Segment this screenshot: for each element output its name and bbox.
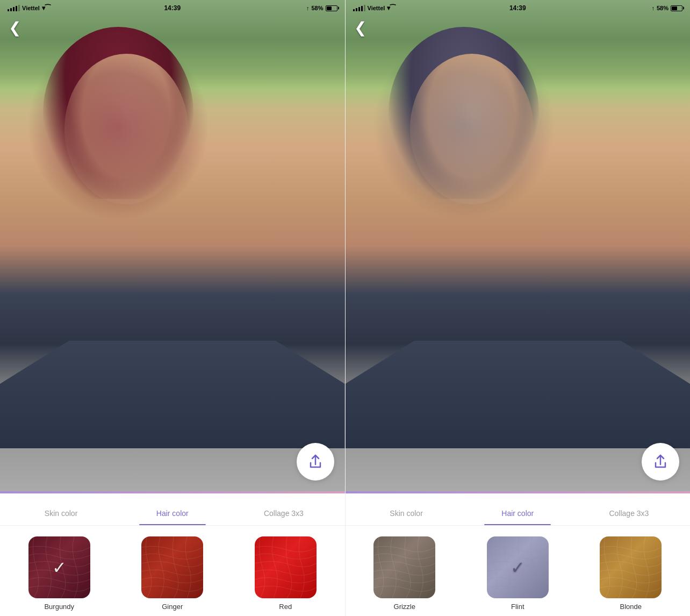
colors-section-right: Grizzle <box>346 526 691 616</box>
color-item-grizzle[interactable]: Grizzle <box>373 536 435 611</box>
photo-area-left: ❮ <box>0 0 345 491</box>
battery-icon-left <box>326 5 337 11</box>
location-icon-right: ↑ <box>651 5 655 11</box>
tab-skin-color-left[interactable]: Skin color <box>5 509 117 525</box>
color-swatch-burgundy: ✓ <box>28 536 90 598</box>
status-left-right: Viettel ▾⁀ <box>353 4 396 12</box>
status-right-left: ↑ 58% <box>306 5 337 11</box>
color-item-burgundy[interactable]: ✓ Burgundy <box>28 536 90 611</box>
back-button-left[interactable]: ❮ <box>9 20 21 35</box>
tab-hair-color-right[interactable]: Hair color <box>462 509 573 525</box>
status-bar-right: Viettel ▾⁀ 14:39 ↑ 58% <box>346 0 691 16</box>
wood-texture-ginger <box>141 536 203 598</box>
tab-hair-color-left[interactable]: Hair color <box>117 509 228 525</box>
back-button-right[interactable]: ❮ <box>354 20 366 35</box>
color-swatch-ginger <box>141 536 203 598</box>
tabs-left: Skin color Hair color Collage 3x3 <box>0 493 345 526</box>
status-right-right: ↑ 58% <box>651 5 682 11</box>
wifi-icon-right: ▾⁀ <box>387 4 396 12</box>
tab-skin-color-right[interactable]: Skin color <box>351 509 462 525</box>
time-right: 14:39 <box>509 4 526 12</box>
carrier-left: Viettel <box>22 5 40 11</box>
share-button-left[interactable] <box>297 443 334 481</box>
color-label-red: Red <box>279 603 292 611</box>
share-icon-right <box>652 454 669 470</box>
share-icon-left <box>307 454 324 470</box>
signal-icon-right <box>353 5 365 11</box>
photo-area-right: ❮ <box>346 0 691 491</box>
color-swatch-red <box>255 536 317 598</box>
color-label-ginger: Ginger <box>162 603 183 611</box>
checkmark-flint: ✓ <box>511 557 525 578</box>
color-item-red[interactable]: Red <box>255 536 317 611</box>
left-panel: Viettel ▾⁀ 14:39 ↑ 58% ❮ <box>0 0 345 616</box>
share-button-right[interactable] <box>642 443 679 481</box>
wood-texture-blonde <box>600 536 662 598</box>
color-label-flint: Flint <box>511 603 524 611</box>
color-swatch-blonde <box>600 536 662 598</box>
signal-icon <box>8 5 20 11</box>
wood-texture-grizzle <box>373 536 435 598</box>
color-item-ginger[interactable]: Ginger <box>141 536 203 611</box>
tab-collage-left[interactable]: Collage 3x3 <box>228 509 339 525</box>
color-swatch-flint: ✓ <box>487 536 549 598</box>
status-left-left: Viettel ▾⁀ <box>8 4 51 12</box>
tab-collage-right[interactable]: Collage 3x3 <box>573 509 685 525</box>
battery-pct-left: 58% <box>311 5 323 11</box>
color-label-grizzle: Grizzle <box>394 603 415 611</box>
tabs-right: Skin color Hair color Collage 3x3 <box>346 493 691 526</box>
color-item-blonde[interactable]: Blonde <box>600 536 662 611</box>
color-item-flint[interactable]: ✓ Flint <box>487 536 549 611</box>
color-swatch-grizzle <box>373 536 435 598</box>
color-label-blonde: Blonde <box>620 603 642 611</box>
carrier-right: Viettel <box>368 5 385 11</box>
color-label-burgundy: Burgundy <box>44 603 74 611</box>
checkmark-burgundy: ✓ <box>52 557 67 578</box>
wood-texture-red <box>255 536 317 598</box>
time-left: 14:39 <box>164 4 181 12</box>
location-icon-left: ↑ <box>306 5 310 11</box>
colors-section-left: ✓ Burgundy <box>0 526 345 616</box>
wifi-icon-left: ▾⁀ <box>42 4 51 12</box>
battery-icon-right <box>671 5 682 11</box>
right-panel: Viettel ▾⁀ 14:39 ↑ 58% ❮ <box>345 0 691 616</box>
battery-pct-right: 58% <box>657 5 669 11</box>
status-bar-left: Viettel ▾⁀ 14:39 ↑ 58% <box>0 0 345 16</box>
